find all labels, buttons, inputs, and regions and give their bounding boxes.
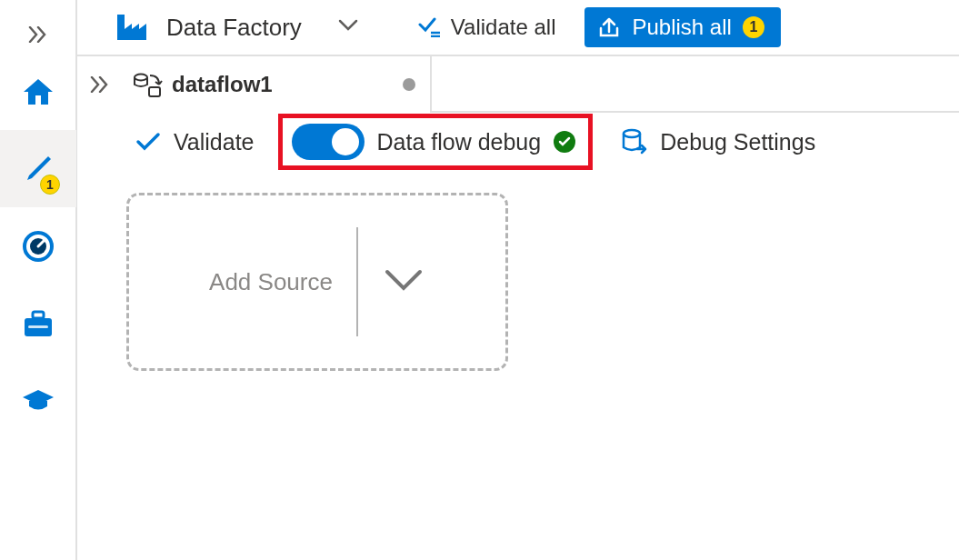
validate-all-button[interactable]: Validate all (418, 15, 556, 40)
svg-point-8 (135, 75, 147, 81)
publish-all-button[interactable]: Publish all 1 (584, 7, 780, 47)
graduation-cap-icon (21, 388, 55, 414)
validate-label: Validate (174, 129, 255, 155)
debug-toggle-highlight: Data flow debug (278, 114, 594, 170)
validate-all-label: Validate all (451, 15, 556, 40)
tab-title: dataflow1 (172, 72, 273, 97)
expand-tree-button[interactable] (77, 56, 123, 113)
chevron-right-double-icon (90, 76, 110, 93)
chevron-down-icon (338, 19, 358, 32)
publish-all-label: Publish all (632, 15, 731, 40)
top-toolbar: Data Factory Validate all Publish all 1 (77, 0, 959, 56)
debug-label: Data flow debug (377, 129, 542, 155)
nav-monitor[interactable] (0, 207, 76, 285)
nav-author[interactable]: 1 (0, 130, 76, 207)
tab-dataflow1[interactable]: dataflow1 (123, 56, 432, 113)
svg-rect-4 (28, 325, 48, 328)
nav-manage[interactable] (0, 285, 76, 362)
toolbox-icon (22, 308, 55, 339)
nav-home[interactable] (0, 53, 76, 130)
debug-settings-label: Debug Settings (660, 129, 815, 155)
checkmark-icon (135, 132, 161, 152)
add-source-node[interactable]: Add Source (126, 193, 508, 371)
debug-status-icon (554, 131, 575, 153)
checkmark-list-icon (418, 17, 442, 37)
validate-button[interactable]: Validate (135, 129, 255, 155)
divider (356, 227, 358, 336)
dirty-indicator-icon (403, 78, 415, 91)
chevron-right-double-icon (28, 26, 48, 43)
publish-count-badge: 1 (743, 16, 764, 38)
dataflow-canvas[interactable]: Add Source (77, 171, 959, 560)
tab-row: dataflow1 (77, 56, 959, 113)
svg-rect-5 (117, 15, 125, 40)
svg-rect-3 (33, 312, 44, 318)
gauge-icon (21, 229, 55, 264)
nav-learn[interactable] (0, 362, 76, 439)
debug-settings-icon (620, 127, 647, 156)
svg-rect-9 (149, 87, 160, 96)
author-badge: 1 (40, 175, 60, 195)
debug-settings-button[interactable]: Debug Settings (620, 127, 815, 156)
debug-toggle[interactable] (292, 124, 365, 160)
left-rail: 1 (0, 0, 77, 560)
factory-icon (114, 9, 150, 45)
add-source-label: Add Source (209, 268, 333, 296)
svg-point-10 (624, 130, 640, 137)
chevron-down-icon[interactable] (382, 268, 425, 295)
expand-nav-button[interactable] (0, 16, 76, 53)
dataflow-icon (132, 69, 163, 100)
publish-icon (597, 15, 621, 39)
dataflow-toolbar: Validate Data flow debug Debug Settings (77, 113, 959, 171)
tab-strip-empty (432, 56, 959, 113)
workspace-dropdown[interactable] (338, 19, 358, 35)
main-area: Data Factory Validate all Publish all 1 (77, 0, 959, 560)
workspace-title: Data Factory (166, 14, 302, 42)
toggle-knob (332, 128, 359, 155)
home-icon (20, 74, 56, 110)
